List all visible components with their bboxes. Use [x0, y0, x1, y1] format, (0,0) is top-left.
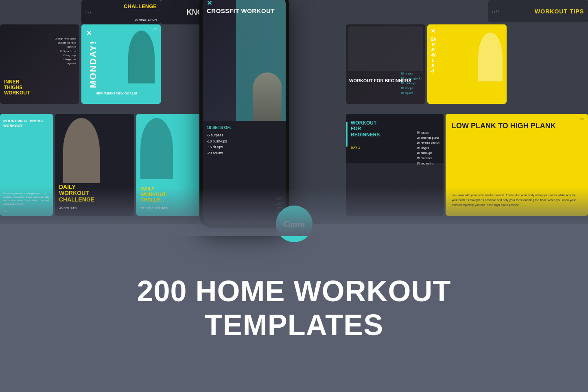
challenge-subtitle: 30 MINUTE RUN	[135, 18, 157, 21]
card-monday: ✕ //// MONDAY! NEW WEEK! NEW GOALS!	[81, 24, 161, 104]
collage-area: //// CHALLENGE 30 MINUTE RUN KNOW? //// …	[0, 0, 588, 236]
inner-thighs-label: INNER THIGHS WORKOUT	[4, 79, 37, 96]
phone-exercises: -5 burpees-10 push-ups-15 sit-ups-20 squ…	[207, 132, 282, 156]
beginners-day1-day: DAY 1	[351, 146, 360, 149]
beginners-1-exercises: 10 lunges10 jumping jacks10 push-ups10 s…	[401, 71, 422, 95]
phone-sets-label: 10 SETS OF:	[207, 125, 282, 130]
hash-marks-icon: ////	[580, 117, 584, 121]
card-inner-thighs: //// INNER THIGHS WORKOUT 20 High knee J…	[0, 24, 79, 104]
inner-thighs-exercises: 20 High knee Jacks15 Side leg raiseright…	[55, 37, 76, 66]
hash-marks-icon: ////	[85, 10, 92, 14]
x-mark-icon: ✕	[431, 28, 435, 34]
challenge-title: CHALLENGE	[124, 3, 157, 9]
hash-marks-icon: ////	[153, 28, 157, 32]
main-title-line1: 200 HOME WORKOUT	[137, 275, 451, 307]
mountain-title: MOUNTAIN CLIMBERS WORKOUT	[3, 119, 51, 128]
card-workout-tips: //// WORKOUT TIPS	[488, 0, 588, 22]
yellow-partial-text: EA-R-R-W-L-K-J	[431, 37, 436, 74]
beginners-day1-title: WORKOUTFORBEGINNERS	[351, 120, 400, 138]
x-mark-icon: ✕	[86, 29, 92, 37]
monday-label: MONDAY!	[88, 40, 98, 88]
beginners-day1-exercises: 20 squats25 seconds plank10 reverse crun…	[417, 130, 439, 166]
main-title: 200 HOME WORKOUT TEMPLATES	[137, 274, 451, 342]
bottom-area: 200 HOME WORKOUT TEMPLATES	[0, 224, 588, 392]
card-beginners-1: WORKOUT FOR BEGINNERS 10 lunges10 jumpin…	[346, 24, 425, 104]
phone-crossfit-title: CROSSFIT WORKOUT	[207, 8, 282, 14]
card-challenge-top: //// CHALLENGE 30 MINUTE RUN	[81, 0, 161, 24]
card-yellow-partial: ✕ EA-R-R-W-L-K-J	[427, 24, 507, 104]
phone-x-icon: ✕	[207, 0, 282, 7]
hash-marks-icon: ////	[492, 9, 500, 13]
monday-subtitle: NEW WEEK! NEW GOALS!	[96, 92, 137, 96]
workout-tips-text: WORKOUT TIPS	[535, 8, 584, 15]
main-title-line2: TEMPLATES	[205, 309, 384, 341]
collage-fade	[0, 187, 588, 236]
low-plank-title: LOW PLANK TO HIGH PLANK	[452, 122, 556, 130]
